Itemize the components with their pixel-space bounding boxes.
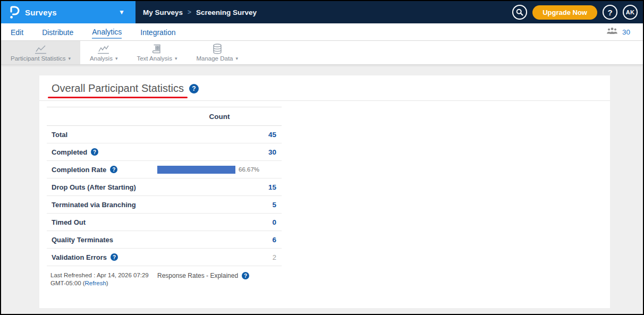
avatar-initials: AK	[626, 9, 635, 15]
row-value: 30	[157, 148, 282, 156]
breadcrumb: My Surveys > Screening Survey	[135, 1, 512, 23]
chevron-down-icon: ▾	[115, 56, 118, 61]
row-label: Completion Rate	[52, 166, 106, 174]
help-icon[interactable]: ?	[91, 148, 98, 156]
tab-label: Text Analysis	[137, 55, 172, 62]
table-row: Drop Outs (After Starting) 15	[47, 178, 282, 196]
help-icon[interactable]: ?	[111, 253, 118, 261]
table-row: Total 45	[47, 126, 282, 143]
help-icon[interactable]: ?	[110, 166, 117, 173]
content-area: Overall Participant Statistics ? Count T…	[1, 65, 643, 315]
bar-fill	[157, 166, 235, 174]
row-value: 0	[157, 218, 282, 226]
table-row: Timed Out 0	[47, 214, 282, 231]
tab-analysis[interactable]: Analysis ▾	[80, 41, 127, 64]
table-footer: Last Refreshed : Apr 14, 2026 07:29 GMT-…	[47, 271, 282, 287]
top-header-bar: Surveys ▼ My Surveys > Screening Survey …	[1, 1, 643, 23]
row-label: Terminated via Branching	[52, 201, 136, 209]
tab-label: Analysis	[90, 55, 113, 62]
tab-label: Manage Data	[196, 55, 233, 62]
row-label: Timed Out	[52, 218, 86, 226]
respondent-counter[interactable]: 30	[606, 27, 630, 37]
row-label: Drop Outs (After Starting)	[52, 183, 136, 191]
respondent-count: 30	[622, 28, 630, 36]
response-rates-label: Response Rates - Explained	[157, 272, 238, 279]
row-value: 45	[157, 131, 282, 139]
help-icon[interactable]: ?	[189, 84, 199, 93]
row-label: Quality Terminates	[52, 236, 113, 244]
survey-nav-bar: Edit Distribute Analytics Integration 30	[1, 23, 643, 41]
chevron-down-icon: ▾	[69, 56, 71, 61]
search-button[interactable]	[512, 5, 527, 20]
table-row: Quality Terminates 6	[47, 231, 282, 249]
row-label: Completed	[52, 148, 87, 156]
count-column-header: Count	[157, 113, 282, 121]
nav-tab-analytics[interactable]: Analytics	[92, 25, 122, 39]
document-grid-icon	[151, 44, 162, 54]
page-title: Overall Participant Statistics	[52, 82, 184, 95]
chevron-down-icon: ▾	[236, 56, 239, 61]
tab-label: Participant Statistics	[11, 55, 66, 62]
table-row: Validation Errors ? 2	[47, 249, 282, 266]
red-annotation-underline	[48, 97, 188, 98]
tab-participant-statistics[interactable]: Participant Statistics ▾	[1, 41, 80, 64]
user-avatar[interactable]: AK	[623, 5, 638, 20]
response-rates-explained: Response Rates - Explained ?	[157, 271, 249, 287]
chevron-down-icon: ▾	[175, 56, 177, 61]
bar-percent-label: 66.67%	[239, 166, 259, 173]
table-row: Completed ? 30	[47, 143, 282, 161]
help-menu-button[interactable]: ?	[603, 5, 617, 20]
product-switcher[interactable]: Surveys ▼	[1, 1, 135, 23]
row-value: 5	[157, 201, 282, 209]
search-icon	[515, 8, 524, 16]
questionpro-logo-icon	[9, 5, 20, 20]
nav-tab-edit[interactable]: Edit	[11, 26, 23, 38]
tab-manage-data[interactable]: Manage Data ▾	[187, 41, 248, 64]
upgrade-now-button[interactable]: Upgrade Now	[532, 5, 597, 20]
table-row: Completion Rate ? 66.67%	[47, 161, 282, 178]
paren: )	[106, 280, 108, 286]
refresh-link[interactable]: Refresh	[85, 280, 106, 286]
nav-tab-distribute[interactable]: Distribute	[42, 26, 73, 38]
row-label: Total	[52, 131, 67, 139]
survey-nav-items: Edit Distribute Analytics Integration	[11, 25, 175, 39]
row-value: 15	[157, 183, 282, 191]
table-header-row: Count	[47, 107, 282, 126]
app-window: Surveys ▼ My Surveys > Screening Survey …	[0, 0, 644, 315]
table-row: Terminated via Branching 5	[47, 196, 282, 214]
row-value: 2	[157, 253, 282, 261]
product-name: Surveys	[25, 8, 118, 17]
line-chart-icon	[35, 44, 47, 54]
chevron-down-icon: ▼	[118, 8, 125, 16]
completion-rate-bar: 66.67%	[157, 166, 282, 174]
participant-statistics-table: Count Total 45 Completed ? 30 Completion…	[47, 107, 282, 266]
header-actions: Upgrade Now ? AK	[512, 1, 643, 23]
nav-tab-integration[interactable]: Integration	[140, 26, 175, 38]
trend-chart-icon	[97, 44, 110, 54]
row-value: 6	[157, 236, 282, 244]
tab-text-analysis[interactable]: Text Analysis ▾	[127, 41, 187, 64]
statistics-card: Overall Participant Statistics ? Count T…	[39, 75, 610, 308]
question-mark-icon: ?	[607, 8, 612, 17]
breadcrumb-my-surveys[interactable]: My Surveys	[143, 8, 183, 16]
analytics-toolbar: Participant Statistics ▾ Analysis ▾	[1, 41, 643, 65]
help-icon[interactable]: ?	[242, 272, 249, 279]
card-title-row: Overall Participant Statistics ?	[39, 75, 610, 101]
database-icon	[212, 44, 223, 54]
row-label: Validation Errors	[52, 253, 107, 261]
last-refreshed-text: Last Refreshed : Apr 14, 2026 07:29 GMT-…	[47, 271, 157, 287]
breadcrumb-separator-icon: >	[188, 8, 191, 16]
people-group-icon	[606, 27, 618, 37]
breadcrumb-survey-name[interactable]: Screening Survey	[196, 8, 257, 16]
